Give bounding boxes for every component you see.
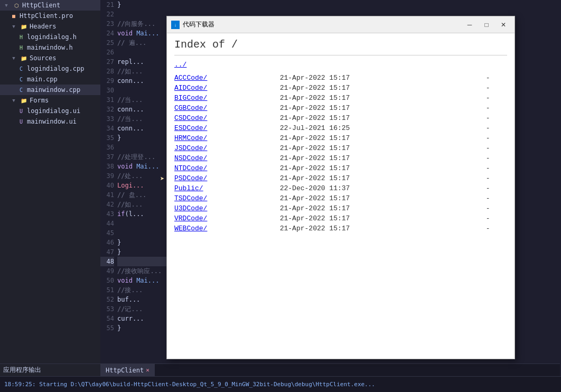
sidebar-item-forms[interactable]: ▼ 📁 Forms — [0, 95, 100, 106]
folder-open-icon: 📁 — [20, 96, 28, 105]
sidebar: ▼ ⬡ HttpClient ■ HttpClient.pro ▼ 📁 Head… — [0, 0, 100, 392]
minimize-button[interactable]: ─ — [463, 20, 476, 30]
modal-content[interactable]: Index of / ../ ACCCode/ 21-Apr-2022 15:1… — [167, 33, 515, 359]
tab-httpclient[interactable]: HttpClient ✕ — [100, 364, 155, 377]
debug-arrow: ➤ — [160, 174, 164, 183]
dir-date: 21-Apr-2022 15:17 — [269, 213, 486, 223]
pro-file-label: HttpClient.pro — [20, 12, 73, 20]
sidebar-item-sources[interactable]: ▼ 📁 Sources — [0, 53, 100, 63]
modal-title-text: 代码下载器 — [183, 20, 460, 29]
dir-link[interactable]: HRMCode/ — [174, 134, 207, 142]
dir-link[interactable]: TSDCode/ — [174, 194, 207, 202]
sidebar-item-logindialog-ui[interactable]: U logindialog.ui — [0, 106, 100, 116]
project-icon: ⬡ — [12, 1, 21, 10]
headers-label: Headers — [30, 23, 57, 30]
dir-link[interactable]: CGBCode/ — [174, 104, 207, 112]
sidebar-item-mainwindow-cpp[interactable]: C mainwindow.cpp — [0, 85, 100, 95]
cpp-file-icon: C — [17, 64, 25, 73]
cpp-file-icon: C — [17, 75, 25, 83]
logindialog-h-label: logindialog.h — [27, 33, 77, 41]
mainwindow-ui-label: mainwindow.ui — [27, 118, 77, 125]
main-cpp-label: main.cpp — [27, 76, 58, 83]
list-item: ESDCode/ 22-Jul-2021 16:25 - — [174, 123, 507, 133]
dir-date: 22-Dec-2020 11:37 — [269, 183, 486, 193]
build-log-text: 18:59:25: Starting D:\QT\day06\build-Htt… — [4, 381, 375, 388]
modal-title-icon: ↓ — [171, 21, 180, 29]
dir-date: 22-Jul-2021 16:25 — [269, 123, 486, 133]
tab-close-button[interactable]: ✕ — [146, 367, 149, 374]
list-item: TSDCode/ 21-Apr-2022 15:17 - — [174, 193, 507, 203]
dir-link[interactable]: VRDCode/ — [174, 214, 207, 222]
ui-file-icon: U — [17, 107, 25, 115]
ui-file-icon: U — [17, 117, 25, 126]
close-button[interactable]: ✕ — [497, 20, 510, 30]
dir-link[interactable]: ACCCode/ — [174, 74, 207, 82]
tab-bar: HttpClient ✕ — [100, 363, 560, 376]
list-item: WEBCode/ 21-Apr-2022 15:17 - — [174, 223, 507, 234]
dir-link[interactable]: NSDCode/ — [174, 154, 207, 162]
dir-date: 21-Apr-2022 15:17 — [269, 133, 486, 143]
dir-size: - — [486, 153, 507, 163]
h-file-icon: H — [17, 33, 25, 41]
folder-open-icon: 📁 — [20, 54, 28, 62]
dir-link[interactable]: AIDCode/ — [174, 84, 207, 92]
sidebar-item-mainwindow-h[interactable]: H mainwindow.h — [0, 42, 100, 53]
forms-label: Forms — [30, 97, 49, 104]
list-item: AIDCode/ 21-Apr-2022 15:17 - — [174, 83, 507, 93]
list-item: PSDCode/ 21-Apr-2022 15:17 - — [174, 173, 507, 183]
cpp-file-icon: C — [17, 86, 25, 94]
dir-link[interactable]: Public/ — [174, 184, 203, 192]
sidebar-item-httpclient[interactable]: ▼ ⬡ HttpClient — [0, 0, 100, 11]
dir-date: 21-Apr-2022 15:17 — [269, 193, 486, 203]
dir-link[interactable]: CSDCode/ — [174, 114, 207, 122]
dir-date: 21-Apr-2022 15:17 — [269, 113, 486, 123]
dir-size: - — [486, 203, 507, 213]
sidebar-item-pro[interactable]: ■ HttpClient.pro — [0, 11, 100, 21]
sources-label: Sources — [30, 54, 57, 62]
dir-size: - — [486, 183, 507, 193]
maximize-button[interactable]: □ — [480, 20, 493, 30]
dir-link[interactable]: U3DCode/ — [174, 204, 207, 212]
list-item: HRMCode/ 21-Apr-2022 15:17 - — [174, 133, 507, 143]
list-item: CSDCode/ 21-Apr-2022 15:17 - — [174, 113, 507, 123]
parent-directory-link[interactable]: ../ — [174, 61, 507, 69]
dir-date: 21-Apr-2022 15:17 — [269, 103, 486, 113]
dir-date: 21-Apr-2022 15:17 — [269, 153, 486, 163]
dir-link[interactable]: WEBCode/ — [174, 225, 207, 232]
dir-size: - — [486, 123, 507, 133]
h-file-icon: H — [17, 43, 25, 52]
dir-size: - — [486, 113, 507, 123]
code-lines: } //向服务... void Mai... // 遍... repl... /… — [117, 0, 169, 333]
list-item: U3DCode/ 21-Apr-2022 15:17 - — [174, 203, 507, 213]
sidebar-item-logindialog-cpp[interactable]: C logindialog.cpp — [0, 63, 100, 74]
dir-size: - — [486, 193, 507, 203]
dir-size: - — [486, 213, 507, 223]
list-item: CGBCode/ 21-Apr-2022 15:17 - — [174, 103, 507, 113]
dir-link[interactable]: NTDCode/ — [174, 164, 207, 172]
chevron-down-icon: ▼ — [2, 1, 11, 10]
dir-link[interactable]: ESDCode/ — [174, 124, 207, 132]
app-output-label: 应用程序输出 — [3, 366, 41, 375]
list-item: ACCCode/ 21-Apr-2022 15:17 - — [174, 73, 507, 83]
dir-link[interactable]: BIGCode/ — [174, 94, 207, 102]
dir-date: 21-Apr-2022 15:17 — [269, 163, 486, 173]
sidebar-item-logindialog-h[interactable]: H logindialog.h — [0, 32, 100, 42]
app-output-bar: 应用程序输出 — [0, 363, 100, 376]
list-item: VRDCode/ 21-Apr-2022 15:17 - — [174, 213, 507, 223]
dir-link[interactable]: PSDCode/ — [174, 174, 207, 182]
chevron-down-icon: ▼ — [10, 96, 18, 105]
sidebar-item-mainwindow-ui[interactable]: U mainwindow.ui — [0, 116, 100, 127]
code-editor: 2122232425 2627282930 3132333435 3637383… — [100, 0, 169, 338]
bottom-bar: 18:59:25: Starting D:\QT\day06\build-Htt… — [0, 376, 561, 392]
logindialog-cpp-label: logindialog.cpp — [27, 65, 84, 72]
dir-size: - — [486, 83, 507, 93]
list-item: NTDCode/ 21-Apr-2022 15:17 - — [174, 163, 507, 173]
dir-date: 21-Apr-2022 15:17 — [269, 93, 486, 103]
dir-date: 21-Apr-2022 15:17 — [269, 73, 486, 83]
dir-date: 21-Apr-2022 15:17 — [269, 83, 486, 93]
mainwindow-h-label: mainwindow.h — [27, 44, 73, 51]
dir-link[interactable]: JSDCode/ — [174, 144, 207, 152]
sidebar-item-main-cpp[interactable]: C main.cpp — [0, 74, 100, 85]
list-item: JSDCode/ 21-Apr-2022 15:17 - — [174, 143, 507, 153]
sidebar-item-headers[interactable]: ▼ 📁 Headers — [0, 21, 100, 32]
